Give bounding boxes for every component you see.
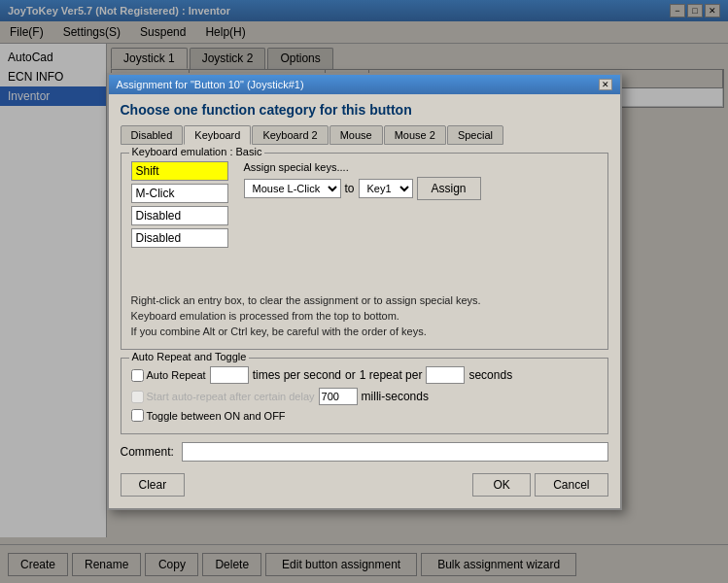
start-delay-label: Start auto-repeat after certain delay [147, 391, 315, 402]
keyboard-content: Shift M-Click Disabled Disabled Assign s… [131, 161, 598, 248]
from-dropdown[interactable]: Mouse L-Click [244, 179, 341, 198]
cancel-button[interactable]: Cancel [535, 473, 607, 497]
times-label: times per second [253, 368, 341, 382]
modal-tab-mouse2[interactable]: Mouse 2 [384, 125, 446, 145]
assign-button[interactable]: Assign [417, 177, 481, 200]
modal-overlay: Assignment for "Button 10" (Joystick#1) … [0, 0, 728, 583]
times-input[interactable] [210, 366, 249, 384]
key-item-2[interactable]: Disabled [131, 206, 228, 225]
toggle-label: Toggle between ON and OFF [147, 410, 286, 422]
modal-tab-special[interactable]: Special [447, 125, 503, 145]
info-line-2: If you combine Alt or Ctrl key, be caref… [131, 326, 598, 337]
auto-repeat-section: Auto Repeat and Toggle Auto Repeat times… [121, 358, 608, 434]
repeat-label: 1 repeat per [360, 368, 423, 382]
modal-title: Assignment for "Button 10" (Joystick#1) [117, 79, 304, 90]
modal-close-button[interactable]: ✕ [599, 79, 612, 90]
seconds-label: seconds [468, 368, 512, 382]
ok-button[interactable]: OK [472, 473, 531, 497]
modal-heading: Choose one function category for this bu… [121, 102, 608, 118]
to-dropdown[interactable]: Key1 [359, 179, 413, 198]
start-delay-checkbox[interactable]: Start auto-repeat after certain delay [131, 391, 315, 403]
auto-repeat-row: Auto Repeat times per second or 1 repeat… [131, 366, 598, 384]
modal-title-bar: Assignment for "Button 10" (Joystick#1) … [109, 75, 620, 94]
section-label: Keyboard emulation : Basic [129, 146, 265, 157]
or-label: or [345, 368, 356, 382]
assign-row: Mouse L-Click to Key1 Assign [244, 177, 598, 200]
comment-label: Comment: [121, 445, 174, 459]
toggle-checkbox[interactable]: Toggle between ON and OFF [131, 409, 286, 422]
toggle-check[interactable] [131, 409, 144, 422]
key-item-1[interactable]: M-Click [131, 184, 228, 203]
auto-repeat-checkbox[interactable]: Auto Repeat [131, 369, 206, 382]
toggle-row: Toggle between ON and OFF [131, 409, 598, 422]
modal-tab-keyboard[interactable]: Keyboard [184, 125, 251, 145]
to-label: to [345, 182, 355, 195]
modal-body: Choose one function category for this bu… [109, 94, 620, 508]
info-lines: Right-click an entry box, to clear the a… [131, 294, 598, 337]
footer-left: Clear [121, 473, 186, 497]
info-line-1: Keyboard emulation is processed from the… [131, 310, 598, 322]
comment-input[interactable] [182, 442, 608, 462]
modal-tab-bar: Disabled Keyboard Keyboard 2 Mouse Mouse… [121, 125, 608, 145]
assignment-modal: Assignment for "Button 10" (Joystick#1) … [107, 73, 622, 510]
clear-button[interactable]: Clear [121, 473, 186, 497]
start-delay-row: Start auto-repeat after certain delay mi… [131, 388, 598, 405]
auto-repeat-check[interactable] [131, 369, 144, 382]
key-item-3[interactable]: Disabled [131, 228, 228, 248]
modal-footer: Clear OK Cancel [121, 469, 608, 500]
assign-special-label: Assign special keys.... [244, 161, 598, 173]
auto-section-label: Auto Repeat and Toggle [129, 351, 250, 362]
info-line-0: Right-click an entry box, to clear the a… [131, 294, 598, 306]
assign-area: Assign special keys.... Mouse L-Click to… [244, 161, 598, 200]
key-item-0[interactable]: Shift [131, 161, 228, 181]
milli-input[interactable] [319, 388, 358, 405]
footer-right: OK Cancel [472, 473, 607, 497]
repeat-input[interactable] [426, 366, 465, 384]
modal-tab-mouse[interactable]: Mouse [329, 125, 383, 145]
key-list: Shift M-Click Disabled Disabled [131, 161, 228, 248]
auto-repeat-label: Auto Repeat [147, 369, 206, 381]
modal-tab-keyboard2[interactable]: Keyboard 2 [252, 125, 328, 145]
keyboard-section: Keyboard emulation : Basic Shift M-Click… [121, 153, 608, 350]
start-delay-check [131, 391, 144, 403]
comment-row: Comment: [121, 442, 608, 462]
milli-label: milli-seconds [362, 390, 429, 403]
modal-tab-disabled[interactable]: Disabled [121, 125, 184, 145]
